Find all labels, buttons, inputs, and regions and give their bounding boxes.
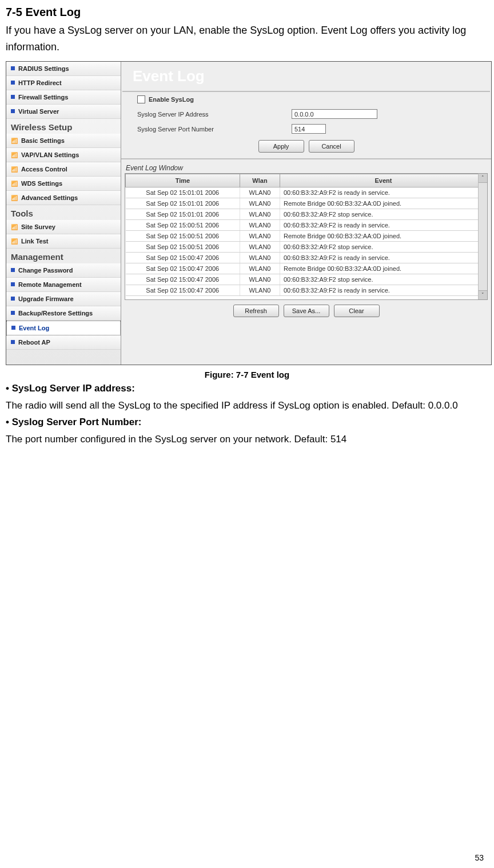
cell-time: Sat Sep 02 15:00:47 2006 xyxy=(126,263,240,274)
screenshot: RADIUS SettingsHTTP RedirectFirewall Set… xyxy=(6,61,492,365)
event-log-window-label: Event Log Window xyxy=(121,158,491,173)
refresh-button[interactable]: Refresh xyxy=(233,305,279,317)
sidebar-item-label: Firewall Settings xyxy=(18,94,68,101)
cell-event: Remote Bridge 00:60:B3:32:AA:0D joined. xyxy=(280,230,487,241)
sidebar-item-basic-settings[interactable]: Basic Settings xyxy=(6,134,121,148)
table-row: Sat Sep 02 15:00:51 2006WLAN000:60:B3:32… xyxy=(126,219,487,230)
cell-event: 00:60:B3:32:A9:F2 stop service. xyxy=(280,209,487,219)
sidebar-item-remote-management[interactable]: Remote Management xyxy=(6,278,121,292)
port-label: Syslog Server Port Number xyxy=(137,126,292,133)
sidebar-item-backup-restore-settings[interactable]: Backup/Restore Settings xyxy=(6,306,121,321)
sidebar-item-vap-vlan-settings[interactable]: VAP/VLAN Settings xyxy=(6,148,121,162)
scroll-up-icon[interactable]: ˄ xyxy=(479,174,487,183)
sidebar-item-label: Basic Settings xyxy=(21,137,65,144)
cell-time: Sat Sep 02 15:01:01 2006 xyxy=(126,198,240,209)
sidebar-item-label: HTTP Redirect xyxy=(18,79,62,86)
sidebar-item-label: RADIUS Settings xyxy=(18,65,69,72)
sidebar-item-label: Event Log xyxy=(19,325,49,331)
enable-syslog-checkbox[interactable] xyxy=(137,95,145,103)
nav-group-wireless: Wireless Setup xyxy=(6,119,121,134)
sidebar-item-label: Upgrade Firmware xyxy=(18,295,74,302)
cell-event: 00:60:B3:32:A9:F2 is ready in service. xyxy=(280,252,487,263)
cell-wlan: WLAN0 xyxy=(240,263,280,274)
port-input[interactable]: 514 xyxy=(292,124,326,134)
cell-wlan: WLAN0 xyxy=(240,209,280,219)
sidebar-item-label: Backup/Restore Settings xyxy=(18,310,93,317)
cell-time: Sat Sep 02 15:00:51 2006 xyxy=(126,241,240,252)
wireless-icon xyxy=(11,180,18,187)
enable-syslog-label: Enable SysLog xyxy=(149,96,194,103)
bullet-square-icon xyxy=(11,326,15,330)
cell-wlan: WLAN0 xyxy=(240,219,280,230)
cell-wlan: WLAN0 xyxy=(240,187,280,198)
cell-event: 00:60:B3:32:A9:F2 is ready in service. xyxy=(280,187,487,198)
cell-wlan: WLAN0 xyxy=(240,285,280,295)
port-heading: • Syslog Server Port Number: xyxy=(6,417,488,428)
clear-button[interactable]: Clear xyxy=(334,305,380,317)
cell-wlan: WLAN0 xyxy=(240,252,280,263)
ip-paragraph: The radio will send all the SysLog to th… xyxy=(6,398,488,413)
cell-wlan: WLAN0 xyxy=(240,230,280,241)
bullet-square-icon xyxy=(11,66,15,70)
cell-time: Sat Sep 02 15:00:47 2006 xyxy=(126,252,240,263)
bullet-square-icon xyxy=(11,268,15,272)
cell-time: Sat Sep 02 15:00:51 2006 xyxy=(126,219,240,230)
wireless-icon xyxy=(11,137,18,144)
cell-event: Remote Bridge 00:60:B3:32:AA:0D joined. xyxy=(280,198,487,209)
port-paragraph: The port number configured in the SysLog… xyxy=(6,431,488,447)
main-panel: Event Log Enable SysLog Syslog Server IP… xyxy=(121,62,491,365)
bullet-square-icon xyxy=(11,311,15,315)
apply-button[interactable]: Apply xyxy=(258,140,304,153)
cell-event: 00:60:B3:32:A9:F2 stop service. xyxy=(280,241,487,252)
sidebar-item-virtual-server[interactable]: Virtual Server xyxy=(6,105,121,119)
wireless-icon xyxy=(11,238,18,245)
save-as-button[interactable]: Save As... xyxy=(284,305,329,317)
sidebar-item-access-control[interactable]: Access Control xyxy=(6,162,121,177)
table-row: Sat Sep 02 15:01:01 2006WLAN000:60:B3:32… xyxy=(126,187,487,198)
ip-heading: • SysLog Server IP address: xyxy=(6,383,488,394)
sidebar-item-wds-settings[interactable]: WDS Settings xyxy=(6,177,121,191)
sidebar-item-site-survey[interactable]: Site Survey xyxy=(6,220,121,234)
sidebar-item-label: Change Password xyxy=(18,267,73,274)
table-row: Sat Sep 02 15:00:47 2006WLAN000:60:B3:32… xyxy=(126,285,487,295)
cell-time: Sat Sep 02 15:01:01 2006 xyxy=(126,187,240,198)
cell-time: Sat Sep 02 15:00:51 2006 xyxy=(126,230,240,241)
sidebar-item-change-password[interactable]: Change Password xyxy=(6,263,121,278)
bullet-square-icon xyxy=(11,95,15,99)
sidebar-item-firewall-settings[interactable]: Firewall Settings xyxy=(6,90,121,105)
sidebar-item-advanced-settings[interactable]: Advanced Settings xyxy=(6,191,121,205)
sidebar-item-label: Reboot AP xyxy=(18,339,50,346)
table-row: Sat Sep 02 15:00:47 2006WLAN000:60:B3:32… xyxy=(126,274,487,285)
cell-event: 00:60:B3:32:A9:F2 is ready in service. xyxy=(280,219,487,230)
sidebar-item-http-redirect[interactable]: HTTP Redirect xyxy=(6,76,121,90)
section-title: 7-5 Event Log xyxy=(6,6,488,19)
table-row: Sat Sep 02 15:00:47 2006WLAN000:60:B3:32… xyxy=(126,252,487,263)
bullet-square-icon xyxy=(11,297,15,301)
cell-time: Sat Sep 02 15:01:01 2006 xyxy=(126,209,240,219)
sidebar-item-event-log[interactable]: Event Log xyxy=(6,321,121,335)
sidebar-item-label: Remote Management xyxy=(18,281,82,288)
cell-event: 00:60:B3:32:A9:F2 stop service. xyxy=(280,274,487,285)
sidebar-item-radius-settings[interactable]: RADIUS Settings xyxy=(6,62,121,76)
cell-time: Sat Sep 02 15:00:47 2006 xyxy=(126,274,240,285)
nav-group-tools: Tools xyxy=(6,205,121,220)
bullet-square-icon xyxy=(11,109,15,113)
table-row: Sat Sep 02 15:00:51 2006WLAN000:60:B3:32… xyxy=(126,241,487,252)
bullet-square-icon xyxy=(11,340,15,344)
sidebar-item-reboot-ap[interactable]: Reboot AP xyxy=(6,335,121,350)
cancel-button[interactable]: Cancel xyxy=(309,140,354,153)
scroll-down-icon[interactable]: ˅ xyxy=(479,290,487,299)
sidebar-item-link-test[interactable]: Link Test xyxy=(6,234,121,249)
cell-wlan: WLAN0 xyxy=(240,274,280,285)
wireless-icon xyxy=(11,166,18,173)
sidebar-item-label: VAP/VLAN Settings xyxy=(21,151,79,158)
sidebar-item-upgrade-firmware[interactable]: Upgrade Firmware xyxy=(6,292,121,306)
page-title: Event Log xyxy=(121,62,491,91)
sidebar-item-label: Access Control xyxy=(21,166,67,173)
cell-event: Remote Bridge 00:60:B3:32:AA:0D joined. xyxy=(280,263,487,274)
sidebar-item-label: WDS Settings xyxy=(21,180,62,187)
sidebar-item-label: Virtual Server xyxy=(18,108,59,115)
ip-label: Syslog Server IP Address xyxy=(137,111,292,118)
log-scrollbar[interactable]: ˄ ˅ xyxy=(478,174,487,299)
ip-input[interactable]: 0.0.0.0 xyxy=(292,109,377,119)
